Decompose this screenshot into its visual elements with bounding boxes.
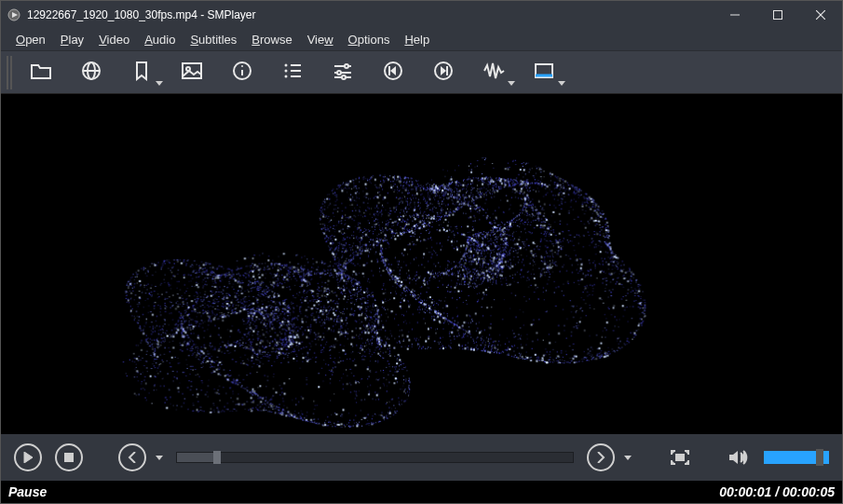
toolbar-file-info-button[interactable] xyxy=(217,54,267,91)
app-icon xyxy=(7,7,21,22)
toolbar-open-file-button[interactable] xyxy=(16,54,66,91)
playback-controls xyxy=(1,434,842,481)
svg-point-25 xyxy=(342,75,346,79)
menu-browse[interactable]: Browse xyxy=(244,31,299,48)
screen-icon xyxy=(533,61,555,84)
toolbar-preferences-button[interactable] xyxy=(318,54,368,91)
menu-help[interactable]: Help xyxy=(397,31,437,48)
svg-rect-9 xyxy=(183,63,201,78)
seek-fill xyxy=(177,453,217,462)
forward-menu-dropdown[interactable] xyxy=(624,456,632,460)
svg-point-23 xyxy=(337,71,341,75)
mute-button[interactable] xyxy=(725,444,751,470)
maximize-button[interactable] xyxy=(756,1,799,29)
stop-button[interactable] xyxy=(55,443,83,471)
bookmark-icon xyxy=(133,61,150,85)
window-title: 12922667_1920_1080_30fps.mp4 - SMPlayer xyxy=(27,8,256,21)
menu-video[interactable]: Video xyxy=(91,31,137,48)
minimize-button[interactable] xyxy=(714,1,756,29)
chevron-right-icon xyxy=(596,452,605,463)
rewind-menu-dropdown[interactable] xyxy=(156,456,163,460)
status-bar: Pause 00:00:01 / 00:00:05 xyxy=(1,481,842,503)
menu-bar: Open Play Video Audio Subtitles Browse V… xyxy=(1,29,842,51)
title-bar: 12922667_1920_1080_30fps.mp4 - SMPlayer xyxy=(1,1,842,29)
info-icon xyxy=(232,61,252,85)
skip-back-icon xyxy=(383,61,403,85)
menu-audio[interactable]: Audio xyxy=(137,31,183,48)
svg-rect-3 xyxy=(774,11,782,20)
menu-view[interactable]: View xyxy=(300,31,341,48)
video-frame xyxy=(1,94,842,434)
minimize-icon xyxy=(730,10,740,20)
forward-button[interactable] xyxy=(587,443,615,471)
rewind-button[interactable] xyxy=(118,443,146,471)
video-area[interactable] xyxy=(1,94,842,434)
menu-options[interactable]: Options xyxy=(341,31,398,48)
toolbar-next-chapter-button[interactable] xyxy=(418,54,469,91)
seek-thumb[interactable] xyxy=(213,451,221,464)
wave-icon xyxy=(483,61,505,84)
toolbar-prev-chapter-button[interactable] xyxy=(368,54,418,91)
play-icon xyxy=(23,452,33,463)
skip-fwd-icon xyxy=(433,61,454,85)
play-button[interactable] xyxy=(14,443,42,471)
toolbar-open-url-button[interactable] xyxy=(66,54,116,91)
volume-icon xyxy=(727,448,748,467)
toolbar-playlist-button[interactable] xyxy=(267,54,318,91)
svg-rect-36 xyxy=(676,455,684,460)
playback-time: 00:00:01 / 00:00:05 xyxy=(719,484,835,499)
toolbar-audio-equalizer-button[interactable] xyxy=(469,54,519,91)
volume-thumb[interactable] xyxy=(816,449,823,466)
menu-open[interactable]: Open xyxy=(8,31,53,48)
svg-point-16 xyxy=(285,69,288,72)
menu-subtitles[interactable]: Subtitles xyxy=(183,31,244,48)
toolbar-favorites-button[interactable] xyxy=(116,54,167,91)
svg-point-14 xyxy=(285,63,288,66)
fullscreen-icon xyxy=(670,449,690,466)
svg-marker-37 xyxy=(729,451,738,464)
main-toolbar xyxy=(1,51,842,94)
list-icon xyxy=(282,61,303,84)
toolbar-screenshot-button[interactable] xyxy=(167,54,217,91)
sliders-icon xyxy=(333,61,353,84)
toolbar-video-equalizer-button[interactable] xyxy=(519,54,569,91)
menu-play[interactable]: Play xyxy=(53,31,91,48)
svg-rect-35 xyxy=(64,453,74,462)
fullscreen-button[interactable] xyxy=(667,444,693,470)
chevron-left-icon xyxy=(128,452,137,463)
globe-icon xyxy=(81,61,102,85)
folder-icon xyxy=(30,61,52,84)
svg-point-18 xyxy=(285,75,288,77)
close-button[interactable] xyxy=(799,1,842,29)
toolbar-grip[interactable] xyxy=(7,56,12,89)
close-icon xyxy=(816,10,825,20)
svg-marker-27 xyxy=(390,66,396,75)
dropdown-icon xyxy=(508,81,515,86)
dropdown-icon xyxy=(558,81,565,86)
svg-marker-30 xyxy=(441,66,446,75)
maximize-icon xyxy=(773,10,782,20)
svg-marker-34 xyxy=(24,452,33,463)
svg-point-21 xyxy=(345,64,348,68)
dropdown-icon xyxy=(156,81,163,86)
svg-point-13 xyxy=(241,65,243,67)
volume-slider[interactable] xyxy=(764,451,829,464)
seek-bar[interactable] xyxy=(176,452,574,463)
playback-state: Pause xyxy=(8,484,719,499)
image-icon xyxy=(181,61,203,84)
stop-icon xyxy=(64,453,74,462)
